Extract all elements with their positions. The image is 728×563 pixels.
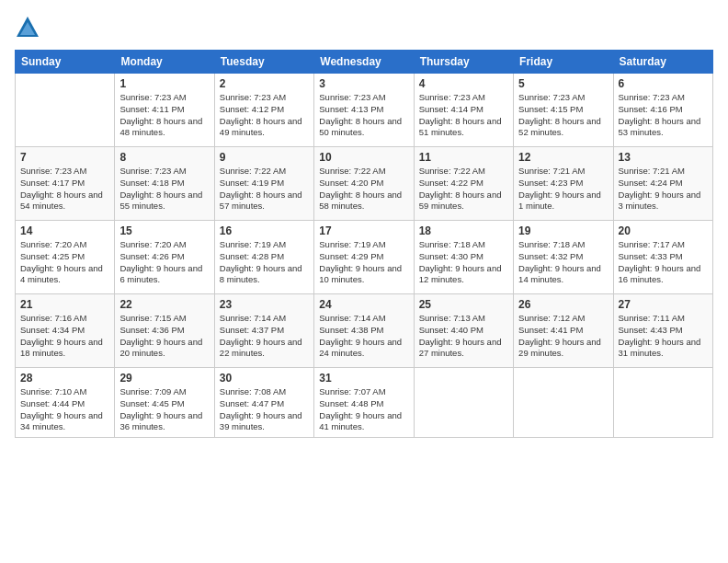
day-info: Sunrise: 7:23 AM Sunset: 4:14 PM Dayligh… bbox=[419, 92, 508, 139]
day-number: 24 bbox=[319, 298, 408, 311]
day-header-saturday: Saturday bbox=[613, 51, 712, 74]
day-info: Sunrise: 7:11 AM Sunset: 4:43 PM Dayligh… bbox=[619, 313, 708, 360]
day-cell: 26Sunrise: 7:12 AM Sunset: 4:41 PM Dayli… bbox=[514, 294, 613, 368]
day-cell: 5Sunrise: 7:23 AM Sunset: 4:15 PM Daylig… bbox=[514, 74, 613, 147]
day-info: Sunrise: 7:22 AM Sunset: 4:19 PM Dayligh… bbox=[220, 166, 309, 213]
day-header-wednesday: Wednesday bbox=[314, 51, 414, 74]
day-info: Sunrise: 7:19 AM Sunset: 4:29 PM Dayligh… bbox=[319, 239, 408, 286]
day-cell: 15Sunrise: 7:20 AM Sunset: 4:26 PM Dayli… bbox=[115, 221, 214, 294]
calendar-table: SundayMondayTuesdayWednesdayThursdayFrid… bbox=[15, 50, 713, 438]
day-info: Sunrise: 7:16 AM Sunset: 4:34 PM Dayligh… bbox=[20, 313, 109, 360]
day-number: 9 bbox=[220, 151, 309, 164]
day-number: 3 bbox=[319, 77, 408, 90]
day-number: 14 bbox=[20, 224, 109, 237]
day-number: 19 bbox=[518, 224, 608, 237]
day-header-monday: Monday bbox=[115, 51, 214, 74]
day-cell: 29Sunrise: 7:09 AM Sunset: 4:45 PM Dayli… bbox=[115, 368, 214, 438]
day-info: Sunrise: 7:13 AM Sunset: 4:40 PM Dayligh… bbox=[419, 313, 508, 360]
week-row-2: 7Sunrise: 7:23 AM Sunset: 4:17 PM Daylig… bbox=[16, 147, 713, 221]
day-header-friday: Friday bbox=[514, 51, 613, 74]
day-number: 31 bbox=[319, 372, 408, 385]
day-header-thursday: Thursday bbox=[414, 51, 513, 74]
day-cell: 17Sunrise: 7:19 AM Sunset: 4:29 PM Dayli… bbox=[314, 221, 414, 294]
day-header-tuesday: Tuesday bbox=[214, 51, 313, 74]
day-number: 23 bbox=[220, 298, 309, 311]
day-info: Sunrise: 7:18 AM Sunset: 4:32 PM Dayligh… bbox=[518, 239, 608, 286]
day-number: 1 bbox=[119, 77, 209, 90]
week-row-1: 1Sunrise: 7:23 AM Sunset: 4:11 PM Daylig… bbox=[16, 74, 713, 147]
day-number: 28 bbox=[20, 372, 109, 385]
day-info: Sunrise: 7:23 AM Sunset: 4:18 PM Dayligh… bbox=[119, 166, 209, 213]
day-cell: 22Sunrise: 7:15 AM Sunset: 4:36 PM Dayli… bbox=[115, 294, 214, 368]
day-cell: 16Sunrise: 7:19 AM Sunset: 4:28 PM Dayli… bbox=[214, 221, 313, 294]
day-cell: 8Sunrise: 7:23 AM Sunset: 4:18 PM Daylig… bbox=[115, 147, 214, 221]
day-cell: 24Sunrise: 7:14 AM Sunset: 4:38 PM Dayli… bbox=[314, 294, 414, 368]
day-cell: 11Sunrise: 7:22 AM Sunset: 4:22 PM Dayli… bbox=[414, 147, 513, 221]
header bbox=[15, 15, 713, 40]
day-cell: 14Sunrise: 7:20 AM Sunset: 4:25 PM Dayli… bbox=[16, 221, 115, 294]
day-cell: 3Sunrise: 7:23 AM Sunset: 4:13 PM Daylig… bbox=[314, 74, 414, 147]
day-number: 27 bbox=[619, 298, 708, 311]
day-info: Sunrise: 7:22 AM Sunset: 4:22 PM Dayligh… bbox=[419, 166, 508, 213]
day-cell: 6Sunrise: 7:23 AM Sunset: 4:16 PM Daylig… bbox=[613, 74, 712, 147]
day-info: Sunrise: 7:14 AM Sunset: 4:37 PM Dayligh… bbox=[220, 313, 309, 360]
day-cell: 20Sunrise: 7:17 AM Sunset: 4:33 PM Dayli… bbox=[613, 221, 712, 294]
day-number: 16 bbox=[220, 224, 309, 237]
day-info: Sunrise: 7:12 AM Sunset: 4:41 PM Dayligh… bbox=[518, 313, 608, 360]
day-number: 18 bbox=[419, 224, 508, 237]
day-cell: 28Sunrise: 7:10 AM Sunset: 4:44 PM Dayli… bbox=[16, 368, 115, 438]
day-info: Sunrise: 7:22 AM Sunset: 4:20 PM Dayligh… bbox=[319, 166, 408, 213]
day-info: Sunrise: 7:20 AM Sunset: 4:25 PM Dayligh… bbox=[20, 239, 109, 286]
day-info: Sunrise: 7:17 AM Sunset: 4:33 PM Dayligh… bbox=[619, 239, 708, 286]
week-row-3: 14Sunrise: 7:20 AM Sunset: 4:25 PM Dayli… bbox=[16, 221, 713, 294]
day-number: 8 bbox=[119, 151, 209, 164]
day-info: Sunrise: 7:23 AM Sunset: 4:12 PM Dayligh… bbox=[220, 92, 309, 139]
day-number: 6 bbox=[619, 77, 708, 90]
day-info: Sunrise: 7:20 AM Sunset: 4:26 PM Dayligh… bbox=[119, 239, 209, 286]
day-info: Sunrise: 7:23 AM Sunset: 4:17 PM Dayligh… bbox=[20, 166, 109, 213]
header-row: SundayMondayTuesdayWednesdayThursdayFrid… bbox=[16, 51, 713, 74]
day-number: 4 bbox=[419, 77, 508, 90]
week-row-4: 21Sunrise: 7:16 AM Sunset: 4:34 PM Dayli… bbox=[16, 294, 713, 368]
day-info: Sunrise: 7:23 AM Sunset: 4:15 PM Dayligh… bbox=[518, 92, 608, 139]
day-number: 25 bbox=[419, 298, 508, 311]
day-cell: 10Sunrise: 7:22 AM Sunset: 4:20 PM Dayli… bbox=[314, 147, 414, 221]
day-info: Sunrise: 7:19 AM Sunset: 4:28 PM Dayligh… bbox=[220, 239, 309, 286]
day-number: 21 bbox=[20, 298, 109, 311]
day-header-sunday: Sunday bbox=[16, 51, 115, 74]
day-number: 29 bbox=[119, 372, 209, 385]
day-cell bbox=[414, 368, 513, 438]
day-cell: 2Sunrise: 7:23 AM Sunset: 4:12 PM Daylig… bbox=[214, 74, 313, 147]
day-cell: 1Sunrise: 7:23 AM Sunset: 4:11 PM Daylig… bbox=[115, 74, 214, 147]
day-info: Sunrise: 7:09 AM Sunset: 4:45 PM Dayligh… bbox=[119, 386, 209, 433]
day-cell: 19Sunrise: 7:18 AM Sunset: 4:32 PM Dayli… bbox=[514, 221, 613, 294]
day-info: Sunrise: 7:23 AM Sunset: 4:16 PM Dayligh… bbox=[619, 92, 708, 139]
day-number: 11 bbox=[419, 151, 508, 164]
day-number: 10 bbox=[319, 151, 408, 164]
day-info: Sunrise: 7:10 AM Sunset: 4:44 PM Dayligh… bbox=[20, 386, 109, 433]
day-number: 5 bbox=[518, 77, 608, 90]
day-cell: 12Sunrise: 7:21 AM Sunset: 4:23 PM Dayli… bbox=[514, 147, 613, 221]
day-info: Sunrise: 7:23 AM Sunset: 4:11 PM Dayligh… bbox=[119, 92, 209, 139]
day-number: 20 bbox=[619, 224, 708, 237]
day-cell: 23Sunrise: 7:14 AM Sunset: 4:37 PM Dayli… bbox=[214, 294, 313, 368]
day-number: 7 bbox=[20, 151, 109, 164]
day-info: Sunrise: 7:08 AM Sunset: 4:47 PM Dayligh… bbox=[220, 386, 309, 433]
day-number: 15 bbox=[119, 224, 209, 237]
day-number: 2 bbox=[220, 77, 309, 90]
day-cell: 21Sunrise: 7:16 AM Sunset: 4:34 PM Dayli… bbox=[16, 294, 115, 368]
day-number: 12 bbox=[518, 151, 608, 164]
day-number: 13 bbox=[619, 151, 708, 164]
day-cell: 31Sunrise: 7:07 AM Sunset: 4:48 PM Dayli… bbox=[314, 368, 414, 438]
day-info: Sunrise: 7:18 AM Sunset: 4:30 PM Dayligh… bbox=[419, 239, 508, 286]
day-cell: 9Sunrise: 7:22 AM Sunset: 4:19 PM Daylig… bbox=[214, 147, 313, 221]
day-info: Sunrise: 7:21 AM Sunset: 4:23 PM Dayligh… bbox=[518, 166, 608, 213]
day-number: 22 bbox=[119, 298, 209, 311]
day-number: 26 bbox=[518, 298, 608, 311]
day-cell: 27Sunrise: 7:11 AM Sunset: 4:43 PM Dayli… bbox=[613, 294, 712, 368]
day-cell: 25Sunrise: 7:13 AM Sunset: 4:40 PM Dayli… bbox=[414, 294, 513, 368]
week-row-5: 28Sunrise: 7:10 AM Sunset: 4:44 PM Dayli… bbox=[16, 368, 713, 438]
day-cell bbox=[514, 368, 613, 438]
day-info: Sunrise: 7:14 AM Sunset: 4:38 PM Dayligh… bbox=[319, 313, 408, 360]
day-cell: 4Sunrise: 7:23 AM Sunset: 4:14 PM Daylig… bbox=[414, 74, 513, 147]
